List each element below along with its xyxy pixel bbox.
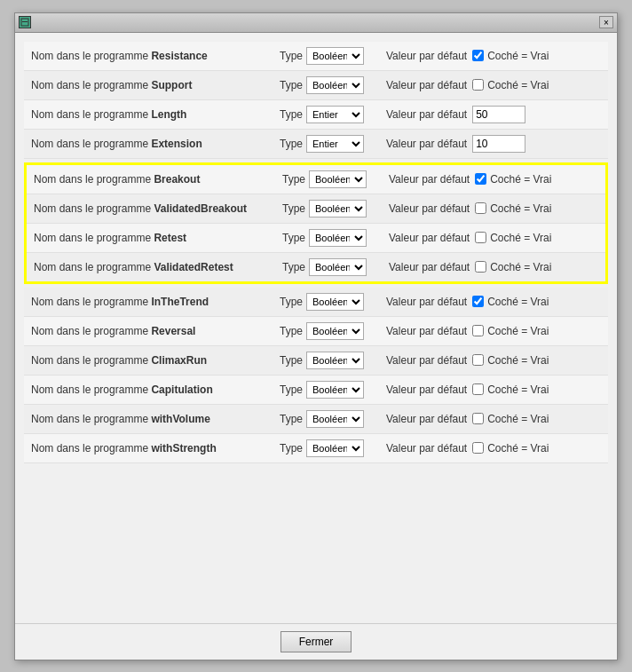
type-label-withvolume: Type (280, 413, 303, 425)
checkbox-group-withvolume: Coché = Vrai (472, 413, 549, 425)
checkbox-group-capitulation: Coché = Vrai (472, 383, 549, 396)
checkbox-capitulation[interactable] (472, 383, 484, 395)
type-select-reversal[interactable]: BooléenEntierRéel (306, 322, 364, 340)
param-name-capitulation: Nom dans le programme Capitulation (31, 383, 280, 396)
checkbox-withstrength[interactable] (472, 442, 484, 454)
checkbox-group-validatedbreakout: Coché = Vrai (475, 202, 551, 215)
param-name-retest: Nom dans le programme Retest (34, 232, 282, 244)
value-group-withvolume: Valeur par défautCoché = Vrai (386, 413, 601, 425)
checkbox-breakout[interactable] (475, 173, 486, 185)
type-select-support[interactable]: BooléenEntierRéel (306, 76, 364, 94)
param-row-validatedretest: Nom dans le programme ValidatedRetestTyp… (27, 253, 605, 281)
value-group-withstrength: Valeur par défautCoché = Vrai (386, 442, 601, 455)
checkbox-label-breakout: Coché = Vrai (490, 173, 551, 186)
type-group-inthetrend: TypeBooléenEntierRéel (280, 293, 386, 311)
checkbox-inthetrend[interactable] (472, 296, 484, 307)
type-label-capitulation: Type (280, 383, 303, 396)
type-select-breakout[interactable]: BooléenEntierRéel (309, 170, 367, 188)
highlighted-group: Nom dans le programme BreakoutTypeBoolée… (24, 162, 608, 284)
checkbox-validatedbreakout[interactable] (475, 202, 486, 214)
type-label-climaxrun: Type (280, 354, 303, 367)
checkbox-withvolume[interactable] (472, 413, 484, 424)
value-group-breakout: Valeur par défautCoché = Vrai (389, 173, 598, 186)
type-select-validatedbreakout[interactable]: BooléenEntierRéel (309, 200, 367, 217)
close-icon[interactable]: × (599, 16, 613, 28)
type-select-capitulation[interactable]: BooléenEntierRéel (306, 381, 364, 399)
type-select-inthetrend[interactable]: BooléenEntierRéel (306, 293, 364, 311)
type-group-resistance: TypeBooléenEntierRéel (280, 47, 386, 65)
value-group-validatedbreakout: Valeur par défautCoché = Vrai (389, 202, 598, 215)
checkbox-resistance[interactable] (472, 50, 484, 61)
type-label-breakout: Type (282, 173, 305, 186)
checkbox-group-resistance: Coché = Vrai (472, 50, 549, 62)
value-label-length: Valeur par défaut (386, 108, 467, 121)
value-group-climaxrun: Valeur par défautCoché = Vrai (386, 354, 601, 367)
value-group-extension: Valeur par défaut (386, 135, 601, 153)
param-row-withstrength: Nom dans le programme withStrengthTypeBo… (24, 434, 608, 463)
content-area: Nom dans le programme ResistanceTypeBool… (15, 33, 617, 623)
param-name-withstrength: Nom dans le programme withStrength (31, 442, 280, 455)
number-input-length[interactable] (472, 106, 525, 123)
number-input-extension[interactable] (472, 135, 525, 153)
type-label-reversal: Type (280, 325, 303, 337)
param-row-support: Nom dans le programme SupportTypeBooléen… (24, 71, 608, 100)
value-group-capitulation: Valeur par défautCoché = Vrai (386, 383, 601, 396)
param-name-reversal: Nom dans le programme Reversal (31, 325, 280, 337)
value-label-extension: Valeur par défaut (386, 138, 467, 150)
checkbox-label-capitulation: Coché = Vrai (487, 383, 549, 396)
type-label-support: Type (280, 79, 303, 91)
type-select-withstrength[interactable]: BooléenEntierRéel (306, 439, 364, 457)
checkbox-label-withvolume: Coché = Vrai (487, 413, 549, 425)
type-select-length[interactable]: BooléenEntierRéel (306, 106, 364, 123)
value-label-support: Valeur par défaut (386, 79, 467, 91)
checkbox-label-support: Coché = Vrai (487, 79, 549, 91)
value-label-reversal: Valeur par défaut (386, 325, 467, 337)
checkbox-group-retest: Coché = Vrai (475, 232, 551, 244)
type-group-withstrength: TypeBooléenEntierRéel (280, 439, 386, 457)
param-row-withvolume: Nom dans le programme withVolumeTypeBool… (24, 405, 608, 434)
type-label-retest: Type (282, 232, 305, 244)
value-group-reversal: Valeur par défautCoché = Vrai (386, 325, 601, 337)
type-select-retest[interactable]: BooléenEntierRéel (309, 229, 367, 247)
value-group-retest: Valeur par défautCoché = Vrai (389, 232, 598, 244)
close-button[interactable]: Fermer (280, 631, 352, 652)
param-name-resistance: Nom dans le programme Resistance (31, 50, 280, 62)
checkbox-group-support: Coché = Vrai (472, 79, 549, 91)
type-select-resistance[interactable]: BooléenEntierRéel (306, 47, 364, 65)
value-group-validatedretest: Valeur par défautCoché = Vrai (389, 261, 598, 273)
type-label-validatedretest: Type (282, 261, 305, 273)
type-group-validatedbreakout: TypeBooléenEntierRéel (282, 200, 389, 217)
checkbox-retest[interactable] (475, 232, 486, 243)
title-bar: × (15, 13, 617, 33)
param-row-inthetrend: Nom dans le programme InTheTrendTypeBool… (24, 288, 608, 317)
value-label-capitulation: Valeur par défaut (386, 383, 467, 396)
type-group-retest: TypeBooléenEntierRéel (282, 229, 389, 247)
param-name-withvolume: Nom dans le programme withVolume (31, 413, 280, 425)
value-label-withstrength: Valeur par défaut (386, 442, 467, 455)
checkbox-group-validatedretest: Coché = Vrai (475, 261, 551, 273)
type-group-climaxrun: TypeBooléenEntierRéel (280, 352, 386, 369)
value-label-retest: Valeur par défaut (389, 232, 470, 244)
type-group-support: TypeBooléenEntierRéel (280, 76, 386, 94)
value-label-breakout: Valeur par défaut (389, 173, 470, 186)
value-label-resistance: Valeur par défaut (386, 50, 467, 62)
checkbox-label-inthetrend: Coché = Vrai (487, 296, 549, 308)
checkbox-reversal[interactable] (472, 325, 484, 336)
checkbox-group-inthetrend: Coché = Vrai (472, 296, 549, 308)
type-select-extension[interactable]: BooléenEntierRéel (306, 135, 364, 153)
checkbox-label-validatedretest: Coché = Vrai (490, 261, 551, 273)
type-select-withvolume[interactable]: BooléenEntierRéel (306, 410, 364, 428)
type-label-inthetrend: Type (280, 296, 303, 308)
param-name-length: Nom dans le programme Length (31, 108, 280, 121)
type-label-length: Type (280, 108, 303, 121)
value-label-inthetrend: Valeur par défaut (386, 296, 467, 308)
type-group-reversal: TypeBooléenEntierRéel (280, 322, 386, 340)
param-row-extension: Nom dans le programme ExtensionTypeBoolé… (24, 130, 608, 159)
checkbox-support[interactable] (472, 79, 484, 91)
type-select-climaxrun[interactable]: BooléenEntierRéel (306, 352, 364, 369)
param-row-breakout: Nom dans le programme BreakoutTypeBoolée… (27, 165, 605, 194)
type-group-extension: TypeBooléenEntierRéel (280, 135, 386, 153)
checkbox-validatedretest[interactable] (475, 261, 486, 273)
checkbox-climaxrun[interactable] (472, 354, 484, 366)
type-select-validatedretest[interactable]: BooléenEntierRéel (309, 258, 367, 276)
